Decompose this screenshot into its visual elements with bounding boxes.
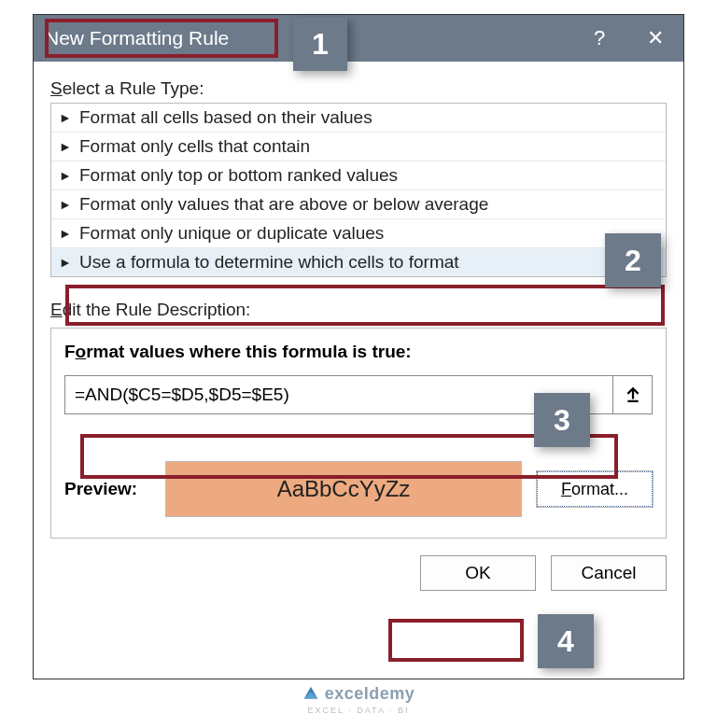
callout-2: 2: [605, 233, 661, 287]
callout-1: 1: [293, 17, 347, 71]
rule-type-text: Use a formula to determine which cells t…: [79, 252, 459, 273]
rule-type-text: Format only values that are above or bel…: [79, 194, 488, 215]
titlebar-controls: ? ✕: [571, 15, 683, 62]
callout-3: 3: [534, 393, 590, 447]
formula-true-label: Format values where this formula is true…: [64, 342, 653, 362]
bullet-icon: ►: [59, 110, 76, 125]
formula-input[interactable]: [64, 375, 613, 414]
bullet-icon: ►: [59, 139, 76, 154]
new-formatting-rule-dialog: New Formatting Rule ? ✕ Select a Rule Ty…: [33, 14, 684, 679]
bullet-icon: ►: [59, 226, 76, 241]
rule-type-item-unique-dup[interactable]: ► Format only unique or duplicate values: [51, 219, 666, 248]
edit-description-label: Edit the Rule Description:: [50, 300, 667, 320]
preview-label: Preview:: [64, 479, 150, 499]
rule-type-accel: S: [50, 78, 63, 98]
bullet-icon: ►: [59, 197, 76, 212]
format-button[interactable]: Format...: [537, 471, 653, 507]
watermark-sub: EXCEL · DATA · BI: [0, 706, 717, 715]
rule-type-text: Format only top or bottom ranked values: [79, 165, 398, 186]
ok-button[interactable]: OK: [420, 555, 536, 591]
edit-accel: E: [50, 300, 63, 319]
dialog-title: New Formatting Rule: [45, 27, 229, 49]
collapse-dialog-button[interactable]: [613, 375, 653, 414]
rule-type-item-formula[interactable]: ► Use a formula to determine which cells…: [51, 248, 666, 276]
rule-type-label: Select a Rule Type:: [50, 78, 667, 99]
callout-box-ok: [388, 619, 524, 662]
rule-type-item-top-bottom[interactable]: ► Format only top or bottom ranked value…: [51, 161, 666, 190]
rule-type-item-contain[interactable]: ► Format only cells that contain: [51, 133, 666, 161]
preview-sample: AaBbCcYyZz: [165, 461, 522, 517]
close-button[interactable]: ✕: [627, 15, 683, 62]
action-row: OK Cancel: [50, 555, 667, 591]
titlebar: New Formatting Rule ? ✕: [34, 15, 683, 62]
cancel-button[interactable]: Cancel: [551, 555, 667, 591]
bullet-icon: ►: [59, 168, 76, 183]
watermark-brand: exceldemy: [325, 684, 415, 703]
brand-icon: [302, 685, 319, 702]
collapse-icon: [625, 386, 641, 403]
rule-type-text: Format all cells based on their values: [79, 107, 373, 128]
bullet-icon: ►: [59, 255, 76, 270]
dialog-content: Select a Rule Type: ► Format all cells b…: [34, 62, 683, 606]
help-button[interactable]: ?: [571, 15, 627, 62]
rule-type-text: Format only unique or duplicate values: [79, 223, 384, 244]
rule-type-text: Format only cells that contain: [79, 136, 310, 157]
preview-row: Preview: AaBbCcYyZz Format...: [64, 461, 653, 517]
callout-4: 4: [538, 614, 594, 668]
watermark: exceldemy EXCEL · DATA · BI: [0, 684, 717, 715]
rule-type-item-all-cells[interactable]: ► Format all cells based on their values: [51, 104, 666, 133]
rule-type-list[interactable]: ► Format all cells based on their values…: [50, 103, 667, 277]
rule-type-item-above-below[interactable]: ► Format only values that are above or b…: [51, 190, 666, 219]
